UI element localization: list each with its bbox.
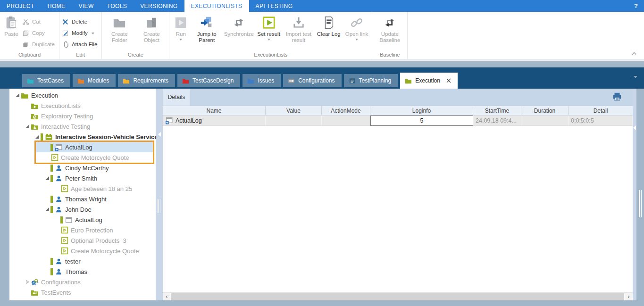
duplicate-button[interactable]: Duplicate [21,39,58,50]
run-icon [174,16,188,30]
tree-item-cindy-mccarthy[interactable]: Cindy McCarthy [9,163,156,173]
tab-testcases[interactable]: TestCases [22,74,70,87]
tree-splitter[interactable] [156,89,163,300]
cell-start-time[interactable]: 24.09.18 09:4... [473,116,521,126]
scrollbar-thumb[interactable] [171,293,624,300]
open-link-button[interactable]: Open link [343,12,371,41]
tree-item-age-between-18-an-25[interactable]: Age between 18 an 25 [9,183,156,194]
import-test-result-button[interactable]: Import test result [283,12,315,43]
status-bar-marker [50,258,53,265]
copy-button[interactable]: Copy [21,27,58,39]
set-result-button[interactable]: Set result [255,12,283,41]
horizontal-scrollbar[interactable]: ‹ › [163,292,633,300]
tree-item-label: ActualLog [65,144,92,151]
create-folder-button[interactable]: Create Folder [103,12,135,43]
cell-name[interactable]: ActualLog [163,116,266,126]
tree-item-john-doe[interactable]: John Doe [9,204,156,215]
ribbon-tab-home[interactable]: HOME [41,0,72,12]
tab-testcasedesign[interactable]: TestCaseDesign [177,74,240,87]
tab-modules[interactable]: Modules [73,74,116,87]
tree-item-euro-protection[interactable]: Euro Protection [9,225,156,235]
right-splitter[interactable] [633,89,636,300]
tree-item-optional-products-3[interactable]: Optional Products_3 [9,235,156,246]
scroll-left-icon[interactable]: ‹ [163,293,170,300]
jump-to-parent-button[interactable]: Jump to Parent [191,12,223,43]
ribbon-tab-api-testing[interactable]: API TESTING [249,0,300,12]
run-button[interactable]: Run [171,12,191,41]
expander-expanded-icon[interactable] [24,123,31,130]
scroll-right-icon[interactable]: › [625,293,632,300]
button-label: Run [176,31,186,37]
tab-testplanning[interactable]: TestPlanning [344,74,398,87]
ribbon-tab-versioning[interactable]: VERSIONING [134,0,184,12]
tree-item-actuallog[interactable]: ActualLog [9,215,156,225]
collapse-right-panel-icon[interactable] [633,125,636,130]
column-header-starttime[interactable]: StartTime [473,106,521,115]
dropdown-caret-icon[interactable] [179,39,182,41]
window-resize-grip[interactable] [639,190,642,217]
clear-log-button[interactable]: Clear Log [315,12,343,37]
loginfo-input[interactable] [371,116,473,125]
cell-detail[interactable]: 0;0;5;0;5 [569,116,633,126]
expander-placeholder [44,154,50,161]
tab-configurations[interactable]: Configurations [283,74,341,87]
tree-item-thomas-wright[interactable]: Thomas Wright [9,194,156,204]
cut-button[interactable]: Cut [21,16,58,27]
column-header-loginfo[interactable]: Loginfo [370,106,473,115]
column-header-duration[interactable]: Duration [521,106,569,115]
tab-overflow-caret-icon[interactable] [634,76,637,78]
dropdown-caret-icon[interactable] [268,39,270,41]
print-icon[interactable] [612,92,622,101]
tree-item-configurations[interactable]: Configurations [9,277,156,287]
tree-item-thomas[interactable]: Thomas [9,266,156,277]
dropdown-caret-icon[interactable] [92,33,94,34]
expander-expanded-icon[interactable] [34,133,41,140]
tree-item-tester[interactable]: tester [9,256,156,266]
help-icon[interactable]: ? [628,0,644,12]
close-tab-icon[interactable] [446,78,451,83]
column-header-name[interactable]: Name [163,106,266,115]
tree-item-interactive-testing[interactable]: Interactive Testing [9,121,156,132]
delete-button[interactable]: Delete [61,16,100,27]
tree-item-interactive-session-vehicle-services[interactable]: Interactive Session-Vehicle Services [9,132,156,142]
column-header-actionmode[interactable]: ActionMode [322,106,370,115]
ribbon-tab-tools[interactable]: TOOLS [100,0,134,12]
tree-item-peter-smith[interactable]: Peter Smith [9,173,156,183]
modify-button[interactable]: Modify [61,27,100,39]
splitter-grip[interactable] [158,199,160,213]
attach-file-button[interactable]: Attach File [61,39,100,50]
status-bar-marker [41,133,43,141]
tab-execution[interactable]: Execution [400,73,458,89]
collapse-left-panel-icon[interactable] [158,132,161,137]
tab-requirements[interactable]: Requirements [118,74,175,87]
paste-button[interactable]: Paste [1,12,21,50]
expander-collapsed-icon[interactable] [24,279,31,285]
tree-item-exploratory-testing[interactable]: Exploratory Testing [9,111,156,121]
expander-expanded-icon[interactable] [14,92,21,99]
grid-header: NameValueActionModeLoginfoStartTimeDurat… [163,106,633,116]
tree-item-actuallog[interactable]: ActualLog [9,142,156,152]
column-header-detail[interactable]: Detail [569,106,633,115]
ribbon-tab-executionlists[interactable]: EXECUTIONLISTS [184,0,249,12]
update-baseline-button[interactable]: Update Baseline [374,12,406,43]
create-object-button[interactable]: Create Object [135,12,167,43]
tree-item-create-motorcycle-quote[interactable]: Create Motorcycle Quote [9,246,156,256]
cell-action-mode[interactable] [322,116,370,126]
collapse-ribbon-icon[interactable] [632,52,636,55]
tab-issues[interactable]: Issues [243,74,281,87]
tree-item-execution[interactable]: Execution [9,90,156,100]
expander-expanded-icon[interactable] [44,175,50,182]
cell-value[interactable] [266,116,322,126]
cell-loginfo[interactable] [370,116,473,126]
expander-expanded-icon[interactable] [44,206,50,213]
cell-duration[interactable] [521,116,569,126]
ribbon-tab-view[interactable]: VIEW [72,0,100,12]
ribbon-tab-project[interactable]: PROJECT [0,0,41,12]
tree-item-create-motorcycle-quote[interactable]: Create Motorcycle Quote [9,152,156,163]
column-header-value[interactable]: Value [266,106,322,115]
synchronize-button[interactable]: Synchronize [223,12,255,37]
dropdown-caret-icon[interactable] [355,39,358,41]
tab-details[interactable]: Details [163,89,190,106]
tree-item-executionlists[interactable]: ExecutionLists [9,100,156,111]
tree-item-testevents[interactable]: TestEvents [9,287,156,298]
